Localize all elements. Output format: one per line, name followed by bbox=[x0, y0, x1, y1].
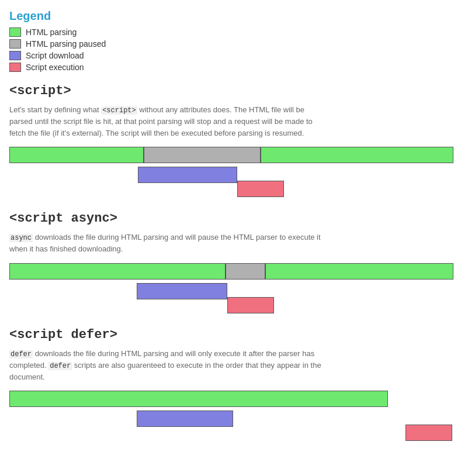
legend-section: Legend HTML parsing HTML parsing paused … bbox=[9, 9, 459, 72]
bar-async-pink bbox=[227, 297, 274, 313]
code-async: async bbox=[9, 234, 33, 242]
bar-async-green2 bbox=[265, 263, 453, 280]
section-script-defer: <script defer> defer downloads the file … bbox=[9, 327, 459, 444]
bar-defer-purple bbox=[137, 411, 233, 427]
bar-script-purple bbox=[138, 167, 237, 183]
legend-item-script-download: Script download bbox=[9, 51, 459, 60]
section-defer-heading: <script defer> bbox=[9, 327, 459, 342]
section-async-desc: async downloads the file during HTML par… bbox=[9, 232, 325, 255]
section-script-heading: <script> bbox=[9, 84, 459, 98]
diagram-defer bbox=[9, 391, 453, 443]
html-parsing-color bbox=[9, 27, 21, 37]
section-script-desc: Let's start by defining what <script> wi… bbox=[9, 104, 325, 139]
legend-item-script-execution: Script execution bbox=[9, 63, 459, 72]
bar-script-green2 bbox=[261, 147, 453, 163]
bar-async-green1 bbox=[9, 263, 226, 280]
legend-items: HTML parsing HTML parsing paused Script … bbox=[9, 27, 459, 72]
script-download-color bbox=[9, 51, 21, 60]
html-parsing-label: HTML parsing bbox=[26, 27, 77, 37]
code-script: <script> bbox=[101, 106, 137, 115]
script-execution-color bbox=[9, 63, 21, 72]
bar-script-gray bbox=[144, 147, 261, 163]
html-paused-color bbox=[9, 39, 21, 49]
bar-script-pink bbox=[237, 181, 284, 197]
bar-defer-pink bbox=[405, 425, 452, 441]
bar-async-purple bbox=[137, 283, 227, 299]
html-paused-label: HTML parsing paused bbox=[26, 39, 106, 49]
bar-script-green1 bbox=[9, 147, 144, 163]
script-download-label: Script download bbox=[26, 51, 84, 60]
code-defer2: defer bbox=[48, 362, 72, 370]
legend-item-html-paused: HTML parsing paused bbox=[9, 39, 459, 49]
bar-defer-green1 bbox=[9, 391, 388, 407]
section-defer-desc: defer downloads the file during HTML par… bbox=[9, 348, 325, 383]
code-defer1: defer bbox=[9, 350, 33, 358]
legend-title: Legend bbox=[9, 9, 459, 23]
script-execution-label: Script execution bbox=[26, 63, 84, 72]
bar-async-gray bbox=[226, 263, 265, 280]
legend-item-html-parsing: HTML parsing bbox=[9, 27, 459, 37]
diagram-script bbox=[9, 147, 453, 199]
section-script-async: <script async> async downloads the file … bbox=[9, 211, 459, 316]
diagram-async bbox=[9, 263, 453, 316]
section-script: <script> Let's start by defining what <s… bbox=[9, 84, 459, 199]
section-async-heading: <script async> bbox=[9, 211, 459, 226]
